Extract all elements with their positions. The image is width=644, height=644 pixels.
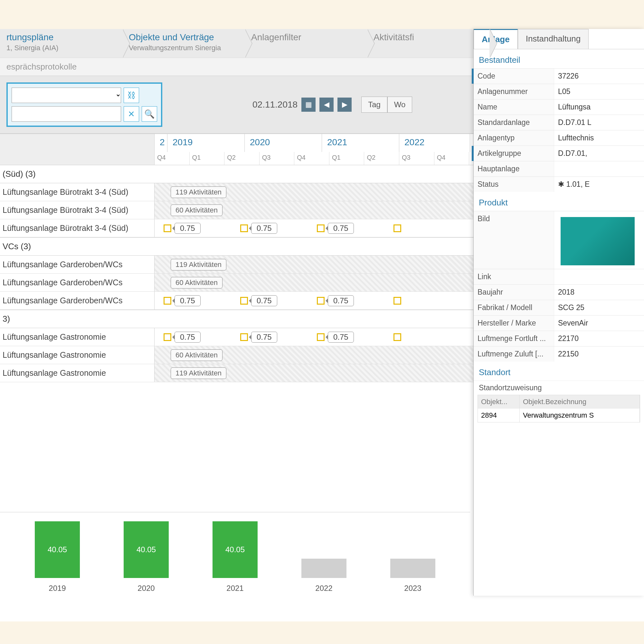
- kv-fabrikat: Fabrikat / ModellSCG 25: [474, 300, 644, 315]
- activity-marker[interactable]: [240, 333, 248, 341]
- crumb-anlagenfilter[interactable]: Anlagenfilter: [245, 29, 367, 58]
- bar-category-label: 2021: [226, 584, 243, 593]
- value-pill[interactable]: 0.75: [251, 295, 277, 306]
- gantt-row-label: Lüftungsanlage Bürotrakt 3-4 (Süd): [0, 219, 155, 237]
- year-2019[interactable]: 2019: [167, 134, 245, 152]
- kv-zuluft: Luftmenge Zuluft [...22150: [474, 346, 644, 362]
- chart-bar: 2022: [295, 559, 353, 593]
- crumb-sub: 1, Sinergia (AIA): [6, 44, 109, 52]
- value-pill[interactable]: 0.75: [175, 223, 201, 234]
- current-date: 02.11.2018: [252, 99, 298, 110]
- crumb-wartungsplaene[interactable]: rtungspläne 1, Sinergia (AIA): [0, 29, 122, 58]
- activity-marker[interactable]: [393, 224, 401, 232]
- bar-value: 40.05: [213, 521, 258, 578]
- activity-pill[interactable]: 119 Aktivitäten: [171, 186, 226, 198]
- filter-dropdown[interactable]: [12, 88, 121, 103]
- crumb-title: Aktivitätsfi: [374, 32, 477, 43]
- bar-category-label: 2019: [49, 584, 66, 593]
- bar-value: [390, 559, 435, 578]
- tab-instandhaltung[interactable]: Instandhaltung: [518, 29, 589, 49]
- value-pill[interactable]: 0.75: [251, 332, 277, 343]
- kv-bild: Bild: [474, 211, 644, 269]
- year-2020[interactable]: 2020: [245, 134, 322, 152]
- location-table: Objekt... Objekt.Bezeichnung 2894 Verwal…: [478, 395, 640, 422]
- prev-button[interactable]: ◀: [319, 98, 334, 112]
- quarter-label: Q3: [399, 152, 434, 165]
- kv-artikelgruppe: ArtikelgruppeD.D7.01,: [474, 146, 644, 161]
- standortzuweisung-label: Standortzuweisung: [474, 381, 644, 395]
- activity-marker[interactable]: [164, 297, 171, 305]
- activity-pill[interactable]: 119 Aktivitäten: [171, 367, 226, 379]
- year-2021[interactable]: 2021: [322, 134, 399, 152]
- value-pill[interactable]: 0.75: [175, 295, 201, 306]
- calendar-button[interactable]: ▦: [301, 98, 316, 112]
- activity-marker[interactable]: [317, 333, 325, 341]
- kv-fortluft: Luftmenge Fortluft ...22170: [474, 331, 644, 346]
- gantt-row-label: Lüftungsanlage Gastronomie: [0, 328, 155, 346]
- gantt-row-label: Lüftungsanlage Bürotrakt 3-4 (Süd): [0, 201, 155, 219]
- quarter-label: Q4: [155, 152, 190, 165]
- chevron-right-icon: ▶: [342, 100, 347, 109]
- activity-pill[interactable]: 60 Aktivitäten: [171, 349, 223, 361]
- chart-bar: 2023: [384, 559, 442, 593]
- kv-anlagentyp: AnlagentypLufttechnis: [474, 130, 644, 146]
- activity-marker[interactable]: [164, 333, 171, 341]
- crumb-aktivitaetsfilter[interactable]: Aktivitätsfi: [367, 29, 489, 58]
- activity-marker[interactable]: [317, 297, 325, 305]
- kv-status: Status✱ 1.01, E: [474, 176, 644, 192]
- activity-marker[interactable]: [240, 224, 248, 232]
- loc-col-objekt[interactable]: Objekt...: [478, 395, 520, 409]
- search-icon: 🔍: [144, 109, 155, 119]
- chart-bar: 40.052021: [206, 521, 264, 593]
- activity-pill[interactable]: 60 Aktivitäten: [171, 204, 223, 216]
- activity-pill[interactable]: 119 Aktivitäten: [171, 259, 226, 270]
- close-icon: ✕: [128, 109, 135, 119]
- activity-marker[interactable]: [164, 224, 171, 232]
- value-pill[interactable]: 0.75: [251, 223, 277, 234]
- kv-hauptanlage: Hauptanlage: [474, 161, 644, 176]
- bar-value: 40.05: [124, 521, 169, 578]
- clear-button[interactable]: ✕: [124, 106, 139, 122]
- value-pill[interactable]: 0.75: [175, 332, 201, 343]
- quarter-label: Q4: [434, 152, 469, 165]
- view-week-button[interactable]: Wo: [387, 97, 412, 113]
- chart-bar: 40.052019: [28, 521, 86, 593]
- activity-marker[interactable]: [317, 224, 325, 232]
- gantt-row-label: Lüftungsanlage Garderoben/WCs: [0, 274, 155, 291]
- detail-panel: Anlage Instandhaltung Bestandteil Code37…: [473, 29, 644, 596]
- quarter-label: Q3: [260, 152, 295, 165]
- kv-name: NameLüftungsa: [474, 99, 644, 115]
- bar-category-label: 2020: [137, 584, 155, 593]
- kv-anlagenummer: AnlagenummerL05: [474, 84, 644, 99]
- loc-col-bezeichnung[interactable]: Objekt.Bezeichnung: [520, 395, 640, 409]
- location-row[interactable]: 2894 Verwaltungszentrum S: [478, 409, 640, 422]
- year-partial: 2: [155, 134, 167, 152]
- section-produkt: Produkt: [474, 192, 644, 211]
- value-pill[interactable]: 0.75: [328, 295, 354, 306]
- activity-marker[interactable]: [393, 333, 401, 341]
- year-2022[interactable]: 2022: [399, 134, 470, 152]
- crumb-title: Anlagenfilter: [251, 32, 354, 43]
- activity-pill[interactable]: 60 Aktivitäten: [171, 277, 223, 289]
- bar-category-label: 2022: [315, 584, 332, 593]
- gantt-row-label: Lüftungsanlage Garderoben/WCs: [0, 292, 155, 309]
- crumb-objekte[interactable]: Objekte und Verträge Verwaltungszentrum …: [122, 29, 245, 58]
- value-pill[interactable]: 0.75: [328, 332, 354, 343]
- view-toggle: Tag Wo: [361, 97, 412, 113]
- gantt-row-label: Lüftungsanlage Garderoben/WCs: [0, 256, 155, 273]
- gantt-row-label: Lüftungsanlage Gastronomie: [0, 364, 155, 382]
- crumb-title: Objekte und Verträge: [129, 32, 232, 43]
- next-button[interactable]: ▶: [337, 98, 352, 112]
- quarter-label: Q2: [364, 152, 399, 165]
- link-button[interactable]: ⛓: [124, 88, 139, 103]
- value-pill[interactable]: 0.75: [328, 223, 354, 234]
- search-input[interactable]: [12, 106, 121, 122]
- view-day-button[interactable]: Tag: [361, 97, 387, 113]
- bar-value: [301, 559, 346, 578]
- kv-link: Link: [474, 269, 644, 284]
- kv-hersteller: Hersteller / MarkeSevenAir: [474, 315, 644, 331]
- bar-value: 40.05: [35, 521, 80, 578]
- activity-marker[interactable]: [240, 297, 248, 305]
- search-button[interactable]: 🔍: [142, 106, 157, 122]
- activity-marker[interactable]: [393, 297, 401, 305]
